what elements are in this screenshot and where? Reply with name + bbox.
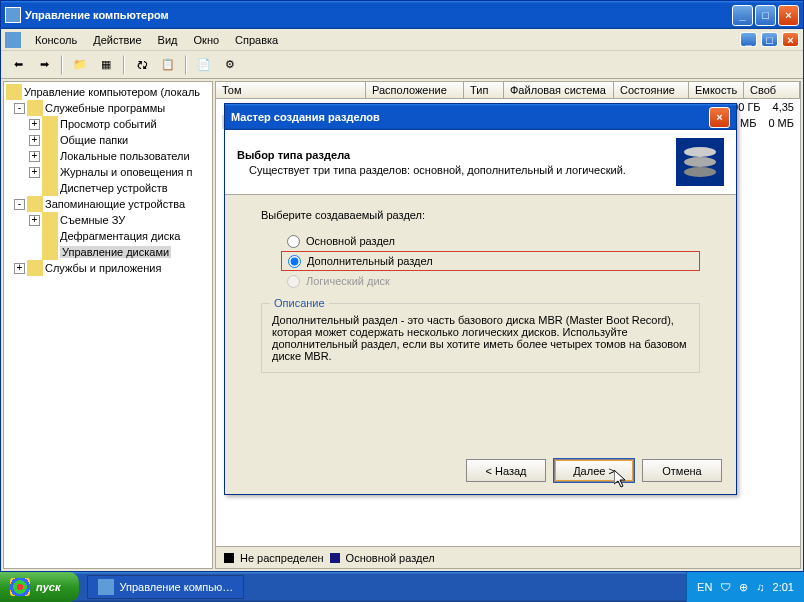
maximize-button[interactable]: □ [755, 5, 776, 26]
taskbar-item[interactable]: Управление компью… [87, 575, 245, 599]
props-button[interactable]: ▦ [95, 54, 117, 76]
menu-action[interactable]: Действие [85, 32, 149, 48]
next-button[interactable]: Далее > [554, 459, 634, 482]
tree-removable[interactable]: Съемные ЗУ [60, 214, 125, 226]
tree-storage[interactable]: Запоминающие устройства [45, 198, 185, 210]
expand-icon[interactable]: + [29, 119, 40, 130]
tray-shield-icon[interactable]: 🛡 [720, 581, 731, 593]
refresh-button[interactable]: 🗘 [131, 54, 153, 76]
dialog-titlebar[interactable]: Мастер создания разделов × [225, 104, 736, 130]
col-free[interactable]: Своб [744, 82, 800, 98]
system-tray[interactable]: EN 🛡 ⊕ ♫ 2:01 [686, 572, 804, 602]
back-button[interactable]: < Назад [466, 459, 546, 482]
col-fs[interactable]: Файловая система [504, 82, 614, 98]
expand-icon[interactable]: + [29, 215, 40, 226]
window-title: Управление компьютером [25, 9, 169, 21]
tree-util[interactable]: Служебные программы [45, 102, 165, 114]
col-capacity[interactable]: Емкость [689, 82, 744, 98]
mdi-restore-button[interactable]: □ [761, 32, 778, 47]
export-button[interactable]: 📋 [157, 54, 179, 76]
up-button[interactable]: 📁 [69, 54, 91, 76]
tree-users[interactable]: Локальные пользователи [60, 150, 190, 162]
expand-icon[interactable]: + [29, 135, 40, 146]
tree-events[interactable]: Просмотр событий [60, 118, 157, 130]
back-button[interactable]: ⬅ [7, 54, 29, 76]
mdi-close-button[interactable]: × [782, 32, 799, 47]
expand-icon[interactable]: + [29, 167, 40, 178]
column-headers: Том Расположение Тип Файловая система Со… [215, 81, 801, 99]
separator [61, 55, 63, 75]
event-icon [42, 116, 58, 132]
dialog-close-button[interactable]: × [709, 107, 730, 128]
folder-icon [42, 132, 58, 148]
col-type[interactable]: Тип [464, 82, 504, 98]
titlebar[interactable]: Управление компьютером _ □ × [1, 1, 803, 29]
task-icon [98, 579, 114, 595]
tray-volume-icon[interactable]: ♫ [756, 581, 764, 593]
perf-icon [42, 164, 58, 180]
defrag-icon [42, 228, 58, 244]
description-text: Дополнительный раздел - это часть базово… [272, 314, 689, 362]
col-state[interactable]: Состояние [614, 82, 689, 98]
dialog-prompt: Выберите создаваемый раздел: [261, 209, 700, 221]
description-group: Описание Дополнительный раздел - это час… [261, 303, 700, 373]
close-button[interactable]: × [778, 5, 799, 26]
clock[interactable]: 2:01 [773, 581, 794, 593]
tree-services[interactable]: Службы и приложения [45, 262, 161, 274]
legend: Не распределен Основной раздел [215, 547, 801, 569]
lang-indicator[interactable]: EN [697, 581, 712, 593]
app-icon [5, 7, 21, 23]
tree-defrag[interactable]: Дефрагментация диска [60, 230, 180, 242]
device-icon [42, 180, 58, 196]
radio-primary[interactable]: Основной раздел [281, 231, 700, 251]
menu-view[interactable]: Вид [150, 32, 186, 48]
dialog-heading: Выбор типа раздела [237, 149, 676, 161]
menu-help[interactable]: Справка [227, 32, 286, 48]
cancel-button[interactable]: Отмена [642, 459, 722, 482]
tree-root[interactable]: Управление компьютером (локаль [24, 86, 200, 98]
cell-free2: 0 МБ [768, 117, 794, 129]
mdi-minimize-button[interactable]: _ [740, 32, 757, 47]
menu-window[interactable]: Окно [186, 32, 228, 48]
group-title: Описание [270, 297, 329, 309]
dialog-header: Выбор типа раздела Существует три типа р… [225, 130, 736, 195]
tree-logs[interactable]: Журналы и оповещения п [60, 166, 193, 178]
col-location[interactable]: Расположение [366, 82, 464, 98]
collapse-icon[interactable]: - [14, 199, 25, 210]
minimize-button[interactable]: _ [732, 5, 753, 26]
dialog-title: Мастер создания разделов [231, 111, 380, 123]
tray-network-icon[interactable]: ⊕ [739, 581, 748, 594]
collapse-icon[interactable]: - [14, 103, 25, 114]
partition-wizard-dialog: Мастер создания разделов × Выбор типа ра… [224, 103, 737, 495]
users-icon [42, 148, 58, 164]
menu-console[interactable]: Консоль [27, 32, 85, 48]
start-button[interactable]: пуск [0, 572, 79, 602]
tools-icon [27, 100, 43, 116]
radio-logical: Логический диск [281, 271, 700, 291]
legend-primary: Основной раздел [346, 552, 435, 564]
storage-icon [27, 196, 43, 212]
dialog-buttons: < Назад Далее > Отмена [466, 459, 722, 482]
menubar: Консоль Действие Вид Окно Справка _ □ × [1, 29, 803, 51]
settings-button[interactable]: ⚙ [219, 54, 241, 76]
radio-extended[interactable]: Дополнительный раздел [281, 251, 700, 271]
diskmgr-icon [42, 244, 58, 260]
cell-free: 4,35 [773, 101, 794, 113]
dialog-body: Выберите создаваемый раздел: Основной ра… [225, 195, 736, 387]
tree-diskmgr[interactable]: Управление дисками [60, 246, 171, 258]
legend-unalloc: Не распределен [240, 552, 324, 564]
col-volume[interactable]: Том [216, 82, 366, 98]
svg-point-0 [684, 147, 716, 157]
tree-shared[interactable]: Общие папки [60, 134, 128, 146]
forward-button[interactable]: ➡ [33, 54, 55, 76]
tree-devmgr[interactable]: Диспетчер устройств [60, 182, 168, 194]
toolbar: ⬅ ➡ 📁 ▦ 🗘 📋 📄 ⚙ [1, 51, 803, 79]
expand-icon[interactable]: + [14, 263, 25, 274]
windows-logo-icon [10, 578, 30, 596]
expand-icon[interactable]: + [29, 151, 40, 162]
svg-point-1 [684, 157, 716, 167]
tree-view[interactable]: Управление компьютером (локаль -Служебны… [3, 81, 213, 569]
computer-icon [6, 84, 22, 100]
help-button[interactable]: 📄 [193, 54, 215, 76]
taskbar: пуск Управление компью… EN 🛡 ⊕ ♫ 2:01 [0, 572, 804, 602]
